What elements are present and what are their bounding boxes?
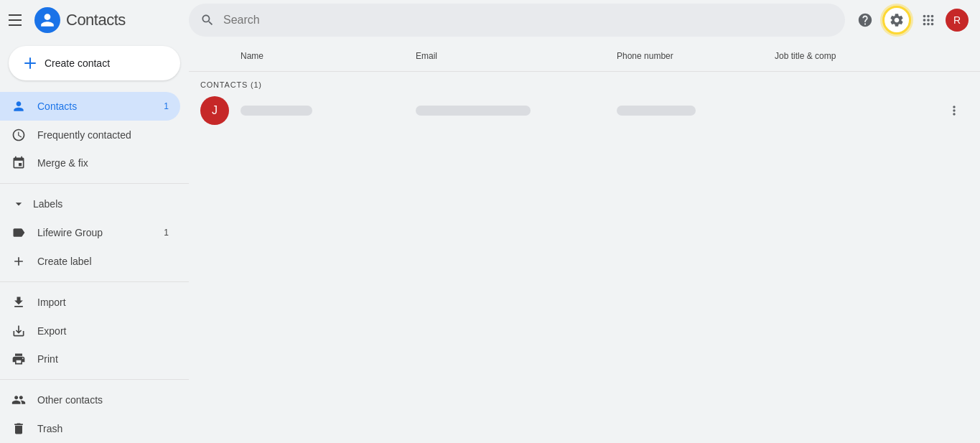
contact-avatar-letter: J xyxy=(212,104,218,117)
merge-fix-icon xyxy=(11,156,26,170)
create-contact-button[interactable]: Create contact xyxy=(9,46,180,80)
export-icon xyxy=(11,324,26,338)
other-contacts-icon xyxy=(11,393,26,407)
labels-section-header[interactable]: Labels xyxy=(0,190,189,218)
search-icon xyxy=(200,13,215,27)
user-avatar-button[interactable]: R xyxy=(946,9,969,32)
merge-fix-label: Merge & fix xyxy=(37,157,88,169)
contact-avatar: J xyxy=(200,96,229,125)
create-contact-label: Create contact xyxy=(45,57,110,69)
trash-icon xyxy=(11,421,26,436)
search-box[interactable] xyxy=(189,4,845,37)
contact-email-skeleton xyxy=(416,106,531,116)
col-name-header: Name xyxy=(200,51,416,61)
divider-2 xyxy=(0,281,189,282)
trash-label: Trash xyxy=(37,423,62,434)
contacts-table-area: Name Email Phone number Job title & comp… xyxy=(189,40,980,443)
lifewire-group-badge: 1 xyxy=(164,228,169,238)
lifewire-group-label: Lifewire Group xyxy=(37,227,103,238)
settings-button[interactable] xyxy=(882,6,911,34)
sidebar-item-lifewire-group[interactable]: Lifewire Group 1 xyxy=(0,218,180,247)
topbar: R xyxy=(189,0,980,40)
sidebar: Contacts Create contact Contacts 1 Frequ… xyxy=(0,0,189,443)
help-button[interactable] xyxy=(851,6,879,34)
app-logo-area[interactable]: Contacts xyxy=(34,7,126,33)
label-icon xyxy=(11,225,26,240)
more-vert-icon xyxy=(947,103,961,118)
import-icon xyxy=(11,295,26,309)
labels-section-label: Labels xyxy=(33,198,62,210)
col-jobtitle-header: Job title & comp xyxy=(775,51,940,61)
col-phone-header: Phone number xyxy=(617,51,775,61)
contacts-section-label: CONTACTS (1) xyxy=(189,72,980,92)
avatar-letter: R xyxy=(953,14,961,26)
sidebar-item-export[interactable]: Export xyxy=(0,317,180,345)
topbar-icons: R xyxy=(851,6,969,34)
plus-icon xyxy=(23,56,37,70)
divider-1 xyxy=(0,183,189,184)
contacts-logo xyxy=(34,7,60,33)
col-email-header: Email xyxy=(416,51,617,61)
app-title: Contacts xyxy=(66,11,126,29)
contact-name-skeleton xyxy=(241,106,312,116)
table-row[interactable]: J xyxy=(189,92,980,129)
frequently-contacted-icon xyxy=(11,128,26,142)
print-label: Print xyxy=(37,353,58,365)
table-header: Name Email Phone number Job title & comp xyxy=(189,40,980,72)
collapse-icon xyxy=(11,197,26,211)
contact-email-cell xyxy=(416,106,617,116)
contact-phone-cell xyxy=(617,106,775,116)
export-label: Export xyxy=(37,325,66,337)
contacts-nav-badge: 1 xyxy=(164,101,169,111)
settings-icon xyxy=(889,12,905,28)
apps-icon xyxy=(920,12,936,28)
create-label-plus-icon xyxy=(11,254,26,269)
sidebar-item-merge-fix[interactable]: Merge & fix xyxy=(0,149,180,177)
help-icon xyxy=(857,12,873,28)
create-label-label: Create label xyxy=(37,256,92,267)
apps-button[interactable] xyxy=(914,6,943,34)
create-label-item[interactable]: Create label xyxy=(0,247,189,276)
contacts-logo-svg xyxy=(39,12,55,28)
sidebar-item-frequently-contacted[interactable]: Frequently contacted xyxy=(0,121,180,149)
contact-phone-skeleton xyxy=(617,106,696,116)
contacts-nav-icon xyxy=(11,99,26,113)
import-label: Import xyxy=(37,297,66,308)
sidebar-item-print[interactable]: Print xyxy=(0,345,180,373)
search-input[interactable] xyxy=(223,14,834,27)
sidebar-item-trash[interactable]: Trash xyxy=(0,414,180,443)
hamburger-menu-icon[interactable] xyxy=(9,11,26,29)
contact-more-button[interactable] xyxy=(940,96,969,125)
divider-3 xyxy=(0,379,189,380)
print-icon xyxy=(11,352,26,366)
sidebar-item-contacts[interactable]: Contacts 1 xyxy=(0,92,180,121)
other-contacts-label: Other contacts xyxy=(37,394,103,406)
contact-name-cell xyxy=(241,106,416,116)
contacts-nav-label: Contacts xyxy=(37,101,77,112)
frequently-contacted-label: Frequently contacted xyxy=(37,129,131,141)
sidebar-item-import[interactable]: Import xyxy=(0,288,180,317)
sidebar-header: Contacts xyxy=(0,0,189,40)
main-content: R Name Email Phone number Job title & co… xyxy=(189,0,980,443)
sidebar-item-other-contacts[interactable]: Other contacts xyxy=(0,386,180,414)
